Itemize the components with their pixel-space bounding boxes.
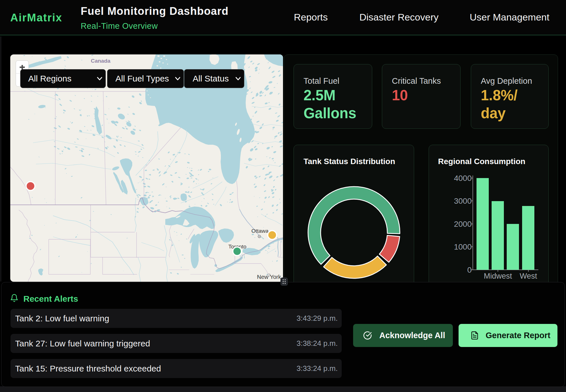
svg-text:3000: 3000	[454, 197, 472, 205]
svg-text:West: West	[520, 272, 537, 280]
svg-text:Midwest: Midwest	[484, 272, 512, 280]
svg-text:2000: 2000	[454, 220, 472, 228]
svg-text:1000: 1000	[454, 242, 472, 251]
svg-text:New York: New York	[257, 274, 281, 280]
svg-text:Canada: Canada	[91, 58, 111, 64]
svg-text:Ottawa: Ottawa	[251, 228, 269, 234]
svg-text:4000: 4000	[454, 174, 472, 183]
